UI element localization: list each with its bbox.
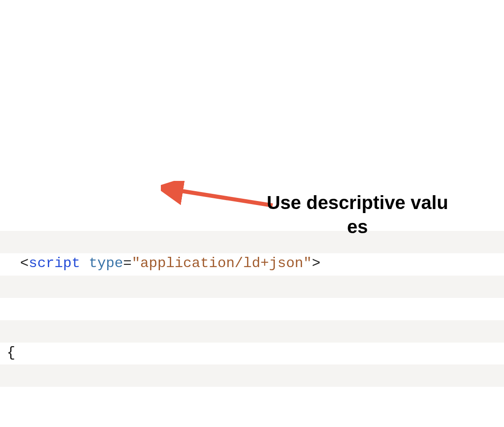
code-viewport: <script type="application/ld+json"> { "@… — [0, 0, 504, 427]
code-block: <script type="application/ld+json"> { "@… — [7, 185, 504, 427]
angle-bracket: < — [20, 255, 29, 272]
equals-sign: = — [123, 255, 131, 272]
attr-name-type: type — [89, 255, 123, 272]
code-line-script-open: <script type="application/ld+json"> — [7, 252, 504, 275]
tag-name-script: script — [29, 255, 80, 272]
angle-bracket: > — [312, 255, 320, 272]
brace: { — [7, 344, 15, 361]
attr-value-type: "application/ld+json" — [132, 255, 312, 272]
code-line-brace-open: { — [7, 342, 504, 364]
